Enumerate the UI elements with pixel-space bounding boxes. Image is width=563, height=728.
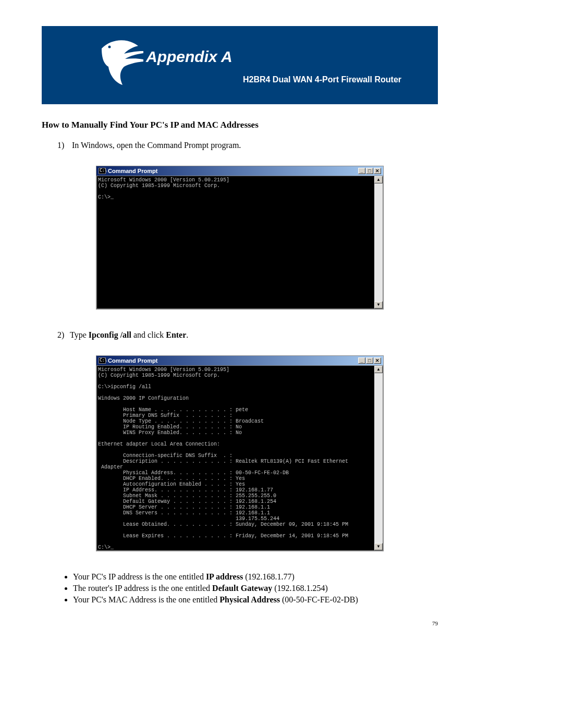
cmd-icon: C:\: [99, 357, 106, 364]
cmd-icon: C:\: [99, 168, 106, 174]
terminal-output-2: Microsoft Windows 2000 [Version 5.00.219…: [96, 365, 374, 551]
titlebar-text-2: Command Prompt: [108, 357, 358, 364]
step-2-number: 2): [57, 330, 70, 340]
command-prompt-window-1: C:\ Command Prompt _ □ ✕ Microsoft Windo…: [96, 166, 384, 310]
maximize-button[interactable]: □: [366, 168, 373, 174]
scroll-up-icon[interactable]: ▲: [374, 176, 383, 183]
scroll-up-icon[interactable]: ▲: [374, 366, 383, 373]
scroll-track[interactable]: [374, 183, 383, 301]
bullet-3: Your PC's MAC Address is the one entitle…: [73, 595, 438, 604]
scroll-track[interactable]: [374, 373, 383, 543]
svg-point-0: [108, 46, 111, 48]
step-2-pre: Type: [70, 330, 89, 339]
banner-header: Appendix A H2BR4 Dual WAN 4-Port Firewal…: [42, 26, 438, 104]
banner-subtitle: H2BR4 Dual WAN 4-Port Firewall Router: [243, 75, 401, 84]
scroll-down-icon[interactable]: ▼: [374, 543, 383, 550]
bullet-1: Your PC's IP address is the one entitled…: [73, 572, 438, 582]
close-button[interactable]: ✕: [374, 168, 381, 174]
titlebar-text-1: Command Prompt: [108, 168, 358, 174]
minimize-button[interactable]: _: [358, 357, 365, 364]
step-2-bold1: Ipconfig /all: [89, 330, 131, 339]
step-1: 1) In Windows, open the Command Prompt p…: [57, 141, 438, 150]
titlebar-2: C:\ Command Prompt _ □ ✕: [96, 356, 383, 365]
step-2-bold2: Enter: [166, 330, 186, 339]
scrollbar-2[interactable]: ▲ ▼: [374, 365, 383, 551]
bullet-2: The router's IP address is the one entit…: [73, 584, 438, 593]
page-number: 79: [42, 620, 438, 626]
step-2-mid: and click: [131, 330, 166, 339]
hawk-icon: [99, 35, 146, 95]
minimize-button[interactable]: _: [358, 168, 365, 174]
close-button[interactable]: ✕: [374, 357, 381, 364]
scrollbar-1[interactable]: ▲ ▼: [374, 176, 383, 309]
step-1-text: In Windows, open the Command Prompt prog…: [72, 141, 241, 150]
terminal-output-1: Microsoft Windows 2000 [Version 5.00.219…: [96, 176, 374, 309]
section-heading: How to Manually Find Your PC's IP and MA…: [42, 120, 438, 130]
bullet-list: Your PC's IP address is the one entitled…: [57, 572, 438, 604]
maximize-button[interactable]: □: [366, 357, 373, 364]
titlebar-1: C:\ Command Prompt _ □ ✕: [96, 166, 383, 176]
scroll-down-icon[interactable]: ▼: [374, 301, 383, 309]
step-2: 2)Type Ipconfig /all and click Enter.: [57, 330, 438, 340]
step-2-post: .: [186, 330, 188, 339]
banner-title: Appendix A: [146, 48, 232, 66]
step-1-number: 1): [57, 141, 70, 150]
command-prompt-window-2: C:\ Command Prompt _ □ ✕ Microsoft Windo…: [96, 355, 384, 551]
